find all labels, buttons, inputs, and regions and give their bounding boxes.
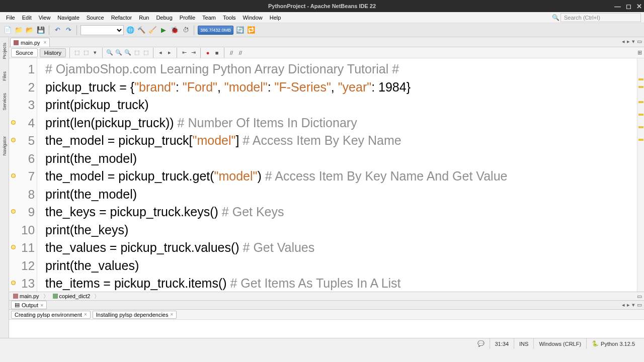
sidebar-navigator[interactable]: Navigator (2, 135, 8, 157)
code-area[interactable]: # OjamboShop.com Learning Python Array D… (37, 58, 637, 292)
shift-left-icon[interactable]: ⇤ (181, 49, 188, 56)
output-body[interactable] (9, 320, 644, 338)
editor[interactable]: 1234567891011121314 # OjamboShop.com Lea… (9, 58, 644, 292)
symbol-icon (53, 294, 58, 299)
output-inner-tabs: Creating pylsp environment×Installing py… (9, 310, 644, 320)
maximize-output-icon[interactable]: ▭ (637, 302, 642, 308)
macro-stop-icon[interactable]: ■ (213, 49, 220, 56)
minimize-icon[interactable]: — (614, 3, 621, 10)
prev-bm-icon[interactable]: ◂ (157, 49, 164, 56)
undo-icon[interactable]: ↶ (53, 26, 62, 35)
breadcrumb-symbol[interactable]: copied_dict2 (51, 293, 93, 299)
editor-select-icon[interactable]: ▾ (92, 49, 99, 56)
find-sel-icon[interactable]: 🔍 (106, 49, 113, 56)
output-tab[interactable]: ▤ Output × (11, 301, 47, 309)
menu-source[interactable]: Source (84, 14, 107, 22)
shift-right-icon[interactable]: ⇥ (190, 49, 197, 56)
clean-build-icon[interactable]: 🔨 (137, 26, 146, 35)
file-tab-row: main.py × ◂ ▸ ▾ ▭ (9, 37, 644, 47)
sidebar: Projects Files Services Navigator (0, 37, 9, 338)
toggle-hl-icon[interactable]: ⬚ (133, 49, 140, 56)
tab-scroll-left-icon[interactable]: ◂ (622, 38, 625, 45)
error-stripe[interactable] (637, 58, 644, 292)
output-tab-row: ▤ Output × ◂ ▸ ▾ ▭ (9, 301, 644, 310)
output-inner-tab-0[interactable]: Creating pylsp environment× (11, 311, 91, 319)
sync-icon[interactable]: 🔁 (247, 26, 256, 35)
breadcrumb-file[interactable]: main.py (11, 293, 41, 299)
close-output-icon[interactable]: × (40, 302, 43, 308)
new-file-icon[interactable]: 📄 (3, 26, 12, 35)
menu-view[interactable]: View (36, 14, 54, 22)
menu-navigate[interactable]: Navigate (54, 14, 82, 22)
memory-meter[interactable]: 386.7/432.0MB (198, 26, 233, 35)
close-inner-tab-icon[interactable]: × (170, 312, 173, 317)
gutter: 1234567891011121314 (9, 58, 37, 292)
menu-help[interactable]: Help (267, 14, 284, 22)
source-tab[interactable]: Source (11, 48, 38, 57)
refresh-icon[interactable]: 🔄 (235, 26, 245, 35)
toolbar: 📄 📁 📂 💾 ↶ ↷ 🌐 🔨 🧹 ▶ 🐞 ⏱ 386.7/432.0MB 🔄 … (0, 23, 644, 37)
clean-icon[interactable]: 🧹 (148, 26, 157, 35)
output-scroll-left-icon[interactable]: ◂ (622, 302, 625, 308)
output-menu-icon[interactable]: ▾ (632, 302, 635, 308)
maximize-editor-icon[interactable]: ▭ (637, 38, 642, 45)
next-bm-icon[interactable]: ▸ (166, 49, 173, 56)
tab-scroll-right-icon[interactable]: ▸ (627, 38, 630, 45)
python-file-icon (14, 40, 19, 45)
file-tab-label: main.py (21, 40, 40, 46)
editor-sub-tabs: Source History ⬚ ⬚ ▾ 🔍 🔍 🔍 ⬚ ⬚ ◂ ▸ ⇤ ⇥ ●… (9, 47, 644, 58)
editor-plus-icon[interactable]: ⊞ (637, 49, 642, 55)
open-icon[interactable]: 📂 (25, 26, 34, 35)
titlebar: PythonProject - Apache NetBeans IDE 22 —… (0, 0, 644, 12)
python-file-icon (13, 294, 18, 299)
history-tab[interactable]: History (40, 48, 66, 57)
profile-icon[interactable]: ⏱ (181, 26, 190, 35)
output-scroll-right-icon[interactable]: ▸ (627, 302, 630, 308)
comment-icon[interactable]: // (228, 49, 235, 56)
menu-edit[interactable]: Edit (19, 14, 35, 22)
menu-tools[interactable]: Tools (220, 14, 239, 22)
sidebar-projects[interactable]: Projects (2, 41, 8, 61)
menu-refactor[interactable]: Refactor (108, 14, 135, 22)
find-prev-icon[interactable]: 🔍 (115, 49, 122, 56)
editor-nav-fwd-icon[interactable]: ⬚ (83, 49, 90, 56)
file-tab-main[interactable]: main.py × (10, 38, 50, 47)
editor-nav-back-icon[interactable]: ⬚ (73, 49, 80, 56)
window-title: PythonProject - Apache NetBeans IDE 22 (268, 3, 376, 9)
maximize-icon[interactable]: ◻ (626, 3, 631, 10)
menu-file[interactable]: File (3, 14, 18, 22)
close-icon[interactable]: ✕ (636, 3, 642, 10)
notifications-icon[interactable]: 💬 (472, 338, 490, 349)
output-inner-tab-1[interactable]: Installing pylsp dependencies× (93, 311, 177, 319)
new-project-icon[interactable]: 📁 (14, 26, 23, 35)
statusbar: 💬 31:34 INS Windows (CRLF) 🐍 Python 3.12… (0, 338, 644, 349)
breadcrumb-bar: main.py 〉 copied_dict2 〉 ▭ (9, 292, 644, 301)
find-next-icon[interactable]: 🔍 (124, 49, 131, 56)
sidebar-files[interactable]: Files (2, 70, 8, 82)
redo-icon[interactable]: ↷ (64, 26, 73, 35)
uncomment-icon[interactable]: // (237, 49, 244, 56)
menu-window[interactable]: Window (240, 14, 266, 22)
menu-profile[interactable]: Profile (177, 14, 198, 22)
breadcrumb-close-icon[interactable]: ▭ (637, 293, 642, 299)
search-icon[interactable]: 🔍 (552, 14, 559, 21)
insert-mode[interactable]: INS (514, 338, 533, 349)
sidebar-services[interactable]: Services (2, 92, 8, 112)
menu-debug[interactable]: Debug (153, 14, 175, 22)
language-version[interactable]: 🐍 Python 3.12.5 (586, 338, 640, 349)
menu-team[interactable]: Team (199, 14, 219, 22)
save-all-icon[interactable]: 💾 (36, 26, 45, 35)
search-input[interactable]: Search (Ctrl+I) (560, 13, 641, 22)
config-select[interactable] (80, 25, 124, 35)
debug-icon[interactable]: 🐞 (170, 26, 179, 35)
toggle-bm-icon[interactable]: ⬚ (142, 49, 149, 56)
run-icon[interactable]: ▶ (159, 26, 168, 35)
line-ending[interactable]: Windows (CRLF) (533, 338, 586, 349)
macro-rec-icon[interactable]: ● (204, 49, 211, 56)
menubar: FileEditViewNavigateSourceRefactorRunDeb… (0, 12, 644, 23)
build-icon[interactable]: 🌐 (126, 26, 135, 35)
menu-run[interactable]: Run (136, 14, 152, 22)
tab-menu-icon[interactable]: ▾ (632, 38, 635, 45)
close-tab-icon[interactable]: × (44, 40, 47, 45)
close-inner-tab-icon[interactable]: × (84, 312, 87, 317)
